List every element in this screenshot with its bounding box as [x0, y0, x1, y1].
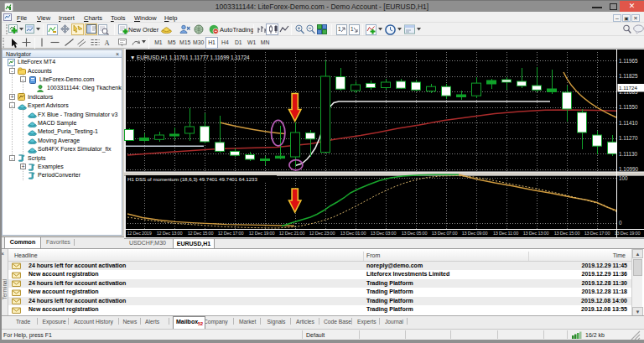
- svg-text:12 Dec 17:00: 12 Dec 17:00: [218, 231, 244, 236]
- svg-text:12 Dec 13:00: 12 Dec 13:00: [157, 231, 183, 236]
- svg-text:1.10990: 1.10990: [619, 166, 639, 172]
- svg-text:13 Dec 19:00: 13 Dec 19:00: [615, 231, 641, 236]
- svg-text:13 Dec 09:00: 13 Dec 09:00: [462, 231, 488, 236]
- svg-text:1.11825: 1.11825: [619, 73, 638, 79]
- svg-text:13 Dec 03:00: 13 Dec 03:00: [371, 231, 397, 236]
- svg-text:1.11724: 1.11724: [619, 85, 637, 91]
- svg-text:13 Dec 01:00: 13 Dec 01:00: [340, 231, 366, 236]
- svg-text:13 Dec 17:00: 13 Dec 17:00: [584, 231, 610, 236]
- svg-text:1.11270: 1.11270: [619, 135, 638, 141]
- svg-text:1.11550: 1.11550: [619, 104, 638, 110]
- svg-text:▼ EURUSD,H1 1.11761 1.11777 1: ▼ EURUSD,H1 1.11761 1.11777 1.11699 1.11…: [130, 55, 250, 60]
- svg-text:1.11130: 1.11130: [619, 151, 638, 157]
- svg-text:0: 0: [619, 220, 622, 226]
- svg-text:12 Dec 19:00: 12 Dec 19:00: [249, 231, 275, 236]
- svg-text:13 Dec 07:00: 13 Dec 07:00: [432, 231, 458, 236]
- svg-text:13 Dec 15:00: 13 Dec 15:00: [554, 231, 580, 236]
- svg-text:13 Dec 13:00: 13 Dec 13:00: [523, 231, 549, 236]
- svg-text:13 Dec 11:00: 13 Dec 11:00: [493, 231, 518, 236]
- svg-text:12 Dec 2019: 12 Dec 2019: [127, 231, 151, 236]
- svg-text:1.11410: 1.11410: [619, 120, 638, 126]
- svg-text:1.11965: 1.11965: [619, 58, 638, 64]
- svg-text:12 Dec 21:00: 12 Dec 21:00: [279, 231, 305, 236]
- svg-text:12 Dec 15:00: 12 Dec 15:00: [188, 231, 214, 236]
- svg-text:12 Dec 23:00: 12 Dec 23:00: [309, 231, 335, 236]
- svg-text:H1 DSS of momentum (18,6,3) 49: H1 DSS of momentum (18,6,3) 49.7401 49.7…: [127, 176, 257, 182]
- svg-text:13 Dec 05:00: 13 Dec 05:00: [402, 231, 428, 236]
- svg-text:100: 100: [619, 175, 628, 181]
